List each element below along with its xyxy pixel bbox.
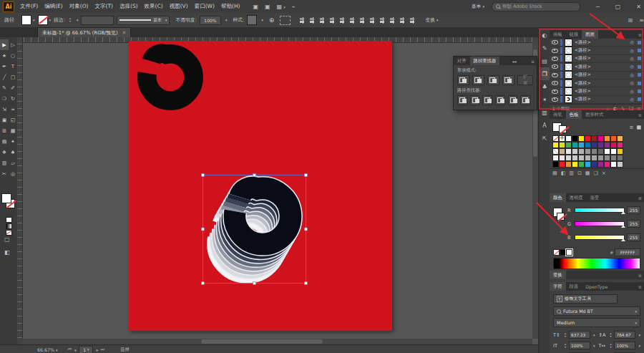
minimize-button[interactable]: ─ [596, 4, 600, 10]
target-circle-icon[interactable]: ◎ [630, 64, 634, 69]
transform-menu-icon[interactable]: ≡ [638, 273, 642, 278]
scale-tool[interactable]: ⇲ [0, 104, 9, 115]
selection-handle[interactable] [253, 282, 256, 285]
swatch-4-11[interactable] [617, 155, 623, 161]
selection-handle[interactable] [202, 228, 205, 231]
target-circle-icon[interactable]: ◎ [630, 48, 634, 54]
fill-proxy-swatch[interactable] [1, 193, 11, 203]
tab-links[interactable]: 链接 [566, 30, 582, 39]
visibility-eye-icon[interactable] [552, 73, 558, 77]
menu-对象(O)[interactable]: 对象(O) [69, 3, 89, 10]
swatch-4-1[interactable] [552, 155, 559, 161]
symbols-panel-icon[interactable]: ♣ [539, 80, 550, 93]
direct-selection-tool[interactable]: ▷ [9, 39, 17, 50]
slider-r[interactable]: R255 [567, 206, 640, 214]
swatch-4-7[interactable] [591, 155, 597, 161]
swatch-2-5[interactable] [578, 142, 585, 148]
swatch-libraries-icon[interactable]: ▤ [552, 170, 557, 176]
layer-thumbnail[interactable] [565, 87, 572, 95]
swatch-2-9[interactable] [604, 142, 610, 148]
swatch-2-1[interactable] [552, 142, 559, 148]
blend-object[interactable] [219, 188, 291, 271]
selection-handle[interactable] [305, 228, 308, 231]
swatch-2-6[interactable] [585, 142, 591, 148]
none-button[interactable] [6, 230, 12, 236]
swatch-2-4[interactable] [572, 142, 578, 148]
swatch-2-3[interactable] [565, 142, 572, 148]
arrange-documents-icon[interactable]: ▦▾ [277, 4, 286, 10]
stroke-panel-icon[interactable]: ▤ [539, 54, 550, 67]
graphic-styles-panel-icon[interactable]: ▥ [539, 106, 550, 119]
swatch-4-10[interactable] [610, 155, 617, 161]
visibility-eye-icon[interactable] [552, 97, 558, 102]
style-dropdown[interactable]: ▾ [261, 18, 263, 22]
selection-tool[interactable]: ▶ [0, 39, 9, 50]
expand-button[interactable]: 扩展 [517, 75, 533, 85]
prev-artboard-icon[interactable]: ◂ [74, 347, 76, 352]
slider-knob[interactable] [621, 225, 625, 228]
layers-menu-icon[interactable]: ≡ [638, 32, 642, 37]
layer-row-7[interactable]: <路径>◎ [550, 87, 644, 95]
layer-row-3[interactable]: <路径>◎ [550, 55, 644, 63]
layer-name[interactable]: <路径> [575, 39, 628, 46]
swatches-menu-icon[interactable]: ≡ [638, 112, 642, 117]
fill-swatch[interactable] [21, 15, 31, 25]
swatch-kinds-icon[interactable]: ▥ [569, 170, 574, 176]
swatch-5-3[interactable] [565, 161, 572, 168]
horizontal-scroll-thumb[interactable] [201, 339, 323, 344]
swatch-3-8[interactable] [597, 148, 604, 155]
align-icon-10[interactable] [389, 16, 397, 24]
swatch-1-9[interactable] [604, 135, 610, 142]
fill-stroke-control[interactable] [0, 192, 17, 213]
shape-mode-button-3[interactable] [487, 75, 499, 85]
pen-tool[interactable]: ✒ [0, 61, 9, 72]
preferences-icon[interactable] [280, 16, 291, 25]
stroke-swatch[interactable] [38, 15, 48, 25]
slider-knob[interactable] [621, 211, 625, 214]
menu-文字(T)[interactable]: 文字(T) [95, 3, 113, 10]
slider-g[interactable]: G255 [567, 220, 640, 228]
black-chip[interactable] [560, 249, 566, 256]
swatch-3-2[interactable] [559, 148, 565, 155]
layer-thumbnail[interactable]: ɔ [565, 95, 572, 103]
document-tab[interactable]: 未标题-1* @ 66.67% (RGB/预览) ✕ [37, 27, 131, 38]
align-icon-4[interactable] [329, 16, 337, 24]
menu-文件(F)[interactable]: 文件(F) [20, 3, 38, 10]
pathfinder-button-6[interactable] [520, 95, 530, 105]
color-menu-icon[interactable]: ≡ [638, 195, 642, 200]
color-themes-icon[interactable]: ◧ [561, 170, 566, 176]
document-close-icon[interactable]: ✕ [122, 30, 127, 36]
character-menu-icon[interactable]: ≡ [638, 284, 642, 289]
swatch-3-5[interactable] [578, 148, 585, 155]
swatches-stroke-proxy[interactable] [559, 125, 567, 133]
pathfinder-button-3[interactable] [482, 95, 492, 105]
tab-transform[interactable]: 变换 [550, 271, 566, 279]
align-icon-6[interactable] [349, 16, 357, 24]
swatch-2-7[interactable] [591, 142, 597, 148]
slider-track[interactable] [575, 235, 625, 240]
swatch-4-3[interactable] [565, 155, 572, 161]
line-segment-tool[interactable]: ╱ [0, 72, 9, 82]
swatch-1-6[interactable] [585, 135, 591, 142]
appearance-panel-icon[interactable]: ✶ [539, 93, 550, 106]
layer-name[interactable]: <路径> [575, 88, 628, 95]
bridge-icon[interactable]: ▣ [253, 4, 258, 10]
color-stroke-proxy[interactable] [557, 213, 565, 221]
delete-swatch-icon[interactable]: ⨯ [602, 170, 606, 176]
layer-name[interactable]: <路径> [575, 80, 628, 87]
color-panel-icon[interactable]: ◐ [539, 29, 550, 42]
swatch-2-8[interactable] [597, 142, 604, 148]
swatch-5-6[interactable] [585, 161, 591, 168]
tab-graphic-styles[interactable]: 图形样式 [582, 110, 607, 119]
swatch-4-6[interactable] [585, 155, 591, 161]
swatch-5-8[interactable] [597, 161, 604, 168]
layer-name[interactable]: <路径> [575, 47, 628, 54]
fill-color-control[interactable]: ▾ [21, 15, 35, 25]
vertical-scale-field[interactable]: IT ▴▾ 100%▾ [553, 342, 595, 349]
menu-效果(C)[interactable]: 效果(C) [145, 3, 163, 10]
swatch-5-5[interactable] [578, 161, 585, 168]
slice-tool[interactable]: ✂ [0, 168, 9, 179]
panel-menu-icon[interactable]: ≡ [531, 59, 535, 64]
tab-opentype[interactable]: OpenType [582, 282, 611, 291]
touch-type-tool-button[interactable]: T 修饰文字工具 [553, 294, 618, 304]
